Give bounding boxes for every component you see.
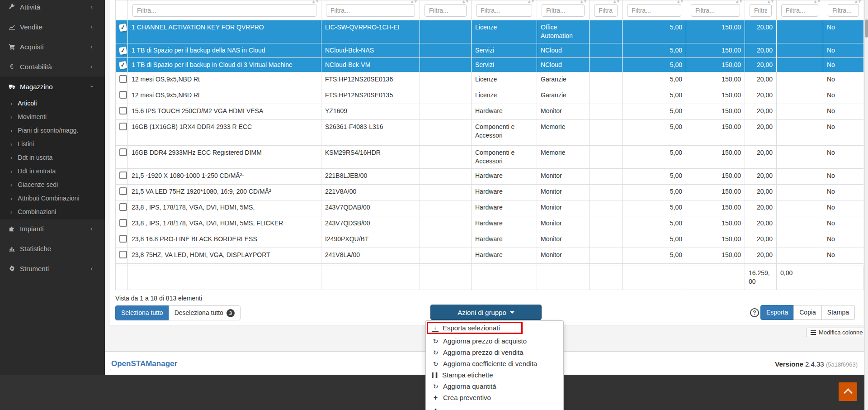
table-row[interactable]: 23,8 , IPS, 178/178, VGA, DVI, HDMI, 5MS…: [116, 216, 864, 232]
sidebar-item-contabilit[interactable]: €Contabilità‹: [0, 57, 105, 76]
column-filter-input[interactable]: [828, 4, 859, 17]
brand-link[interactable]: OpenSTAManager: [111, 359, 177, 368]
menu-item-aggiorna-prezzo-di-acquisto[interactable]: ↻Aggiorna prezzo di acquisto: [426, 335, 563, 347]
sidebar-subitem-ddt-in-entrata[interactable]: ›Ddt in entrata: [0, 164, 105, 178]
column-filter-input[interactable]: [326, 4, 415, 17]
description-cell: 23,8 75HZ, VA LED, HDMI, VGA, DISPLAYPOR…: [128, 248, 321, 264]
unchecked-checkbox[interactable]: [119, 75, 127, 83]
sidebar-subitem-attributi-combinazioni[interactable]: ›Attributi Combinazioni: [0, 191, 105, 205]
price-cell: 150,00: [686, 169, 745, 185]
unchecked-checkbox[interactable]: [119, 219, 127, 227]
sidebar-subitem-giacenze-sedi[interactable]: ›Giacenze sedi: [0, 178, 105, 191]
sidebar-subitem-listini[interactable]: ›Listini: [0, 137, 105, 151]
sort-arrows-icon: ▲▼: [410, 0, 417, 6]
row-select-cell: ✓: [116, 43, 128, 58]
code-cell: NCloud-Bck-VM: [321, 58, 420, 72]
unchecked-checkbox[interactable]: [119, 203, 127, 211]
select-all-button[interactable]: Seleziona tutto: [115, 305, 169, 320]
group-actions-button[interactable]: Azioni di gruppo: [430, 305, 542, 320]
table-row[interactable]: ✓1 TB di Spazio per il backup in Cloud d…: [116, 58, 864, 72]
totals-empty-cell: [116, 266, 128, 290]
menu-item-label: Aggiorna quantità: [443, 382, 496, 390]
sidebar-item-acquisti[interactable]: Acquisti‹: [0, 37, 105, 57]
unchecked-checkbox[interactable]: [119, 251, 127, 258]
column-filter-input[interactable]: [627, 4, 681, 17]
column-filter-input[interactable]: [750, 4, 772, 17]
column-filter-input[interactable]: [542, 4, 585, 17]
sort-arrows-icon: ▲▼: [767, 0, 774, 6]
scrollbar-thumb[interactable]: [865, 19, 868, 38]
empty-cell: [590, 185, 623, 200]
unchecked-checkbox[interactable]: [119, 235, 127, 243]
sidebar-item-statistiche[interactable]: Statistiche: [0, 238, 105, 258]
quantity-cell: 5,00: [623, 216, 686, 232]
partial-icon: ▪: [432, 405, 439, 410]
table-row[interactable]: 12 mesi OS,9x5,NBD RtFTS:HP12NS20SE0136L…: [116, 72, 864, 88]
table-row[interactable]: 23,8 , IPS, 178/178, VGA, DVI, HDMI, 5MS…: [116, 200, 864, 216]
unchecked-checkbox[interactable]: [119, 187, 127, 195]
category-cell: Servizi: [472, 43, 537, 58]
export-button[interactable]: Esporta: [760, 305, 794, 320]
bar-chart-icon: [8, 245, 15, 252]
sidebar-subitem-piani-di-sconto-magg[interactable]: ›Piani di sconto/magg.: [0, 124, 105, 137]
table-row[interactable]: 16GB DDR4 2933MHz ECC Registered DIMMKSM…: [116, 146, 864, 169]
unchecked-checkbox[interactable]: [119, 123, 127, 130]
unchecked-checkbox[interactable]: [119, 107, 127, 114]
column-filter-input[interactable]: [425, 4, 467, 17]
coefficient-cell: 20,00: [745, 43, 777, 58]
line-chart-icon: [8, 23, 15, 30]
menu-item-aggiorna-quantit[interactable]: ↻Aggiorna quantità: [426, 381, 563, 392]
sidebar-item-magazzino[interactable]: Magazzino‹: [0, 76, 105, 96]
menu-item-crea-preventivo[interactable]: +Crea preventivo: [426, 392, 563, 403]
column-filter-input[interactable]: [691, 4, 740, 17]
table-row[interactable]: 21,5 -1920 X 1080-1000 1-250 CD/MÂ²-221B…: [116, 169, 864, 185]
sidebar-subitem-movimenti[interactable]: ›Movimenti: [0, 110, 105, 124]
sidebar-subitem-articoli[interactable]: ›Articoli: [0, 96, 105, 110]
filter-cell: ▲▼: [623, 0, 686, 20]
column-filter-input[interactable]: [781, 4, 818, 17]
table-row[interactable]: ✓1 TB di Spazio per il backup della NAS …: [116, 43, 864, 58]
quantity-cell: 5,00: [623, 248, 686, 264]
table-row[interactable]: 12 mesi OS,9x5,NBD RtFTS:HP12NS20SE0135L…: [116, 88, 864, 104]
subcategory-cell: Garanzie: [537, 88, 590, 104]
unchecked-checkbox[interactable]: [119, 172, 127, 179]
row-select-cell: ✓: [116, 20, 128, 43]
sidebar-item-vendite[interactable]: Vendite‹: [0, 17, 105, 37]
table-row[interactable]: ✓1 CHANNEL ACTIVATION KEY FOR QVRPROLIC-…: [116, 20, 864, 43]
table-row[interactable]: 23,8 75HZ, VA LED, HDMI, VGA, DISPLAYPOR…: [116, 248, 864, 264]
scroll-to-top-button[interactable]: [839, 382, 857, 401]
sidebar-item-strumenti[interactable]: Strumenti‹: [0, 258, 105, 278]
menu-item-partial[interactable]: ▪: [426, 403, 563, 410]
description-cell: 23,8 16.8 PRO-LINE BLACK BORDERLESS: [128, 232, 321, 248]
coefficient-cell: 20,00: [745, 88, 777, 104]
column-filter-input[interactable]: [132, 4, 316, 17]
table-row[interactable]: 15.6 IPS TOUCH 250CD/M2 VGA HDMI VESAYZ1…: [116, 104, 864, 120]
table-row[interactable]: 23,8 16.8 PRO-LINE BLACK BORDERLESSI2490…: [116, 232, 864, 248]
menu-item-aggiorna-coefficiente-di-vendita[interactable]: ↻Aggiorna coefficiente di vendita: [426, 358, 563, 369]
category-cell: Servizi: [472, 58, 537, 72]
menu-item-esporta-selezionati[interactable]: ↓Esporta selezionati: [427, 322, 523, 334]
sidebar-item-attivit[interactable]: Attività‹: [0, 0, 105, 17]
help-icon[interactable]: ?: [750, 308, 759, 317]
menu-item-aggiorna-prezzo-di-vendita[interactable]: ↻Aggiorna prezzo di vendita: [426, 347, 563, 358]
checked-checkbox[interactable]: ✓: [119, 61, 127, 69]
sidebar-subitem-combinazioni[interactable]: ›Combinazioni: [0, 205, 105, 219]
deselect-all-button[interactable]: Deseleziona tutto 3: [169, 305, 241, 320]
print-button[interactable]: Stampa: [821, 305, 855, 320]
checked-checkbox[interactable]: ✓: [119, 24, 127, 32]
empty-cell: [420, 146, 472, 169]
copy-button[interactable]: Copia: [793, 305, 822, 320]
column-filter-input[interactable]: [476, 4, 532, 17]
unchecked-checkbox[interactable]: [119, 148, 127, 156]
table-row[interactable]: 16GB (1X16GB) 1RX4 DDR4-2933 R ECCS26361…: [116, 120, 864, 146]
sidebar-item-impianti[interactable]: Impianti‹: [0, 219, 105, 238]
column-filter-input[interactable]: [594, 4, 618, 17]
version-build: (5a18f6963): [826, 361, 858, 368]
menu-item-stampa-etichette[interactable]: Stampa etichette: [426, 369, 563, 381]
unchecked-checkbox[interactable]: [119, 91, 127, 99]
checked-checkbox[interactable]: ✓: [119, 47, 127, 55]
sidebar-subitem-ddt-in-uscita[interactable]: ›Ddt in uscita: [0, 151, 105, 164]
modify-columns-button[interactable]: Modifica colonne: [806, 328, 868, 337]
sidebar-item-label: Attività: [20, 3, 40, 11]
table-row[interactable]: 21,5 VA LED 75HZ 1920*1080, 16:9, 200 CD…: [116, 185, 864, 200]
